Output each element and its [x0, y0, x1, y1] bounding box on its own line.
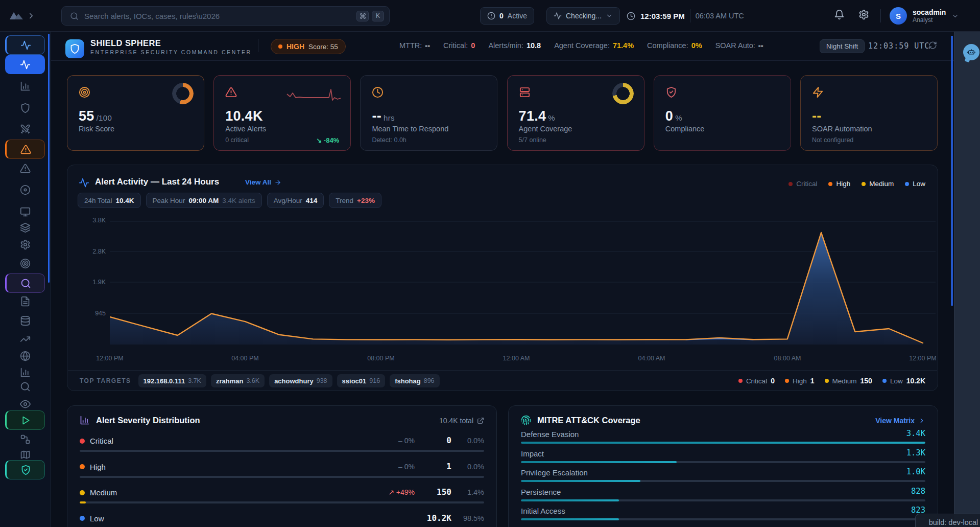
target-chip[interactable]: zrahman3.6K [211, 374, 265, 387]
severity-row-high: High – 0%10.0% [80, 463, 484, 478]
y-axis-label: 1.9K [70, 279, 106, 286]
view-all-link[interactable]: View All [245, 178, 281, 186]
sidebar-item-playbooks[interactable] [5, 410, 45, 430]
severity-title: Alert Severity Distribution [96, 416, 200, 425]
x-axis-label: 04:00 AM [629, 355, 675, 362]
mitre-row-defense-evasion: Defense Evasion3.4K [521, 430, 925, 444]
health-status-dropdown[interactable]: Checking... [546, 7, 620, 25]
target-chip[interactable]: 192.168.0.1113.7K [138, 374, 206, 387]
top-targets: 192.168.0.1113.7Kzrahman3.6Kachowdhury93… [138, 374, 444, 387]
kpi-sparkline [286, 87, 342, 104]
search-input[interactable] [84, 12, 353, 20]
bell-icon[interactable] [834, 9, 845, 20]
stat-chip-24h-total: 24h Total10.4K [78, 193, 141, 208]
kpi-sublabel: 0 critical [225, 136, 249, 144]
kpi-sublabel: Detect: 0.0h [372, 136, 406, 144]
x-axis-label: 08:00 AM [764, 355, 810, 362]
kpi-label: Compliance [665, 125, 705, 133]
kpi-value: --hrs [372, 108, 394, 124]
x-axis-label: 08:00 PM [358, 355, 404, 362]
kpi-value: -- [812, 108, 822, 124]
page-subtitle: ENTERPRISE SECURITY COMMAND CENTER [90, 49, 252, 55]
sidebar-item-compliance[interactable] [5, 460, 45, 479]
sidebar-expand-icon[interactable] [27, 11, 36, 20]
bar-chart-icon [80, 415, 90, 425]
map-icon [20, 449, 31, 460]
target-icon [20, 258, 31, 269]
page-title: SHIELD SPHERE [90, 38, 161, 48]
stat-alertsmin: Alerts/min:10.8 [488, 41, 541, 50]
chart-legend: CriticalHighMediumLow [788, 180, 925, 188]
kpi-card-risk-score: 55/100Risk Score [67, 75, 204, 151]
alert-circle-icon [487, 12, 495, 20]
activity-icon [79, 177, 89, 188]
legend-medium[interactable]: Medium [862, 180, 894, 188]
target-chip[interactable]: ssioc01916 [337, 374, 386, 387]
sidebar-item-investigate[interactable] [5, 377, 45, 396]
trending-up-icon [20, 334, 31, 345]
legend-low[interactable]: Low [905, 180, 925, 188]
sidebar-item-targets[interactable] [5, 254, 45, 273]
shield-check-icon [20, 465, 31, 475]
x-axis-label: 04:00 PM [222, 355, 268, 362]
shield-icon [20, 103, 31, 113]
sidebar-item-reports[interactable] [5, 291, 45, 311]
sidebar-item-data-sources[interactable] [5, 311, 45, 330]
activity-footer: TOP TARGETS 192.168.0.1113.7Kzrahman3.6K… [68, 370, 937, 391]
view-matrix-link[interactable]: View Matrix [875, 417, 925, 425]
mitre-row-persistence: Persistence828 [521, 488, 925, 501]
kpi-ring-gauge [612, 83, 634, 104]
target-chip[interactable]: fshohag896 [390, 374, 439, 387]
kpi-card-compliance: 0%Compliance [654, 75, 791, 151]
footer-count-low: Low 10.2K [882, 377, 925, 385]
mitre-row-impact: Impact1.3K [521, 449, 925, 463]
kpi-sublabel: Not configured [812, 136, 853, 144]
activity-icon [20, 59, 31, 70]
app-logo[interactable] [8, 9, 25, 24]
monitor-icon [20, 207, 31, 217]
sidebar-item-alerts[interactable] [5, 140, 45, 159]
build-tooltip: build: dev-local [915, 514, 980, 527]
legend-critical[interactable]: Critical [788, 180, 817, 188]
sidebar-item-hunt[interactable] [5, 273, 45, 293]
sidebar-item-incidents[interactable] [5, 158, 45, 178]
severity-row-critical: Critical – 0%00.0% [80, 437, 484, 452]
divider [690, 9, 690, 22]
globe-icon [20, 351, 31, 361]
search-icon [70, 12, 79, 20]
sidebar-item-radar[interactable] [5, 180, 45, 199]
sidebar-item-settings[interactable] [5, 235, 45, 254]
x-axis-label: 12:00 PM [87, 355, 133, 362]
gear-icon [20, 239, 31, 250]
kbd-cmd [356, 11, 369, 21]
database-icon [20, 315, 31, 326]
sidebar-item-overview[interactable] [5, 35, 45, 55]
global-search[interactable]: K [61, 6, 390, 26]
footer-count-critical: Critical 0 [738, 377, 775, 385]
user-menu[interactable]: S socadmin Analyst [890, 7, 959, 25]
legend-high[interactable]: High [828, 180, 850, 188]
kpi-card-mean-time-to-respond: --hrsMean Time to RespondDetect: 0.0h [360, 75, 497, 151]
page-scrollbar[interactable] [951, 36, 953, 306]
sidebar-item-defense[interactable] [5, 98, 45, 118]
active-incidents-badge[interactable]: 0 Active [480, 7, 534, 25]
threat-level: HIGH [286, 42, 304, 51]
severity-total-link[interactable]: 10.4K total [439, 417, 484, 425]
fingerprint-icon [521, 415, 531, 425]
alert-activity-card: Alert Activity — Last 24 Hours View All … [67, 165, 938, 391]
stat-soarauto: SOAR Auto:-- [715, 41, 763, 50]
kpi-sublabel: 5/7 online [519, 136, 546, 144]
mitre-row-initial-access: Initial Access823 [521, 507, 925, 520]
stat-chip-trend: Trend+23% [329, 193, 381, 208]
gear-icon[interactable] [858, 9, 869, 20]
refresh-icon[interactable] [928, 41, 937, 50]
chevron-down-icon [606, 12, 613, 19]
activity-stat-chips: 24h Total10.4KPeak Hour09:00 AM3.4K aler… [78, 193, 381, 208]
sidebar-item-attack-sim[interactable] [5, 119, 45, 139]
sidebar-item-analytics[interactable] [5, 76, 45, 96]
divider [258, 39, 258, 52]
kpi-label: Mean Time to Respond [372, 125, 448, 133]
sidebar-scrollbar[interactable] [48, 34, 50, 283]
target-chip[interactable]: achowdhury938 [269, 374, 332, 387]
sidebar-item-activity[interactable] [5, 55, 45, 74]
